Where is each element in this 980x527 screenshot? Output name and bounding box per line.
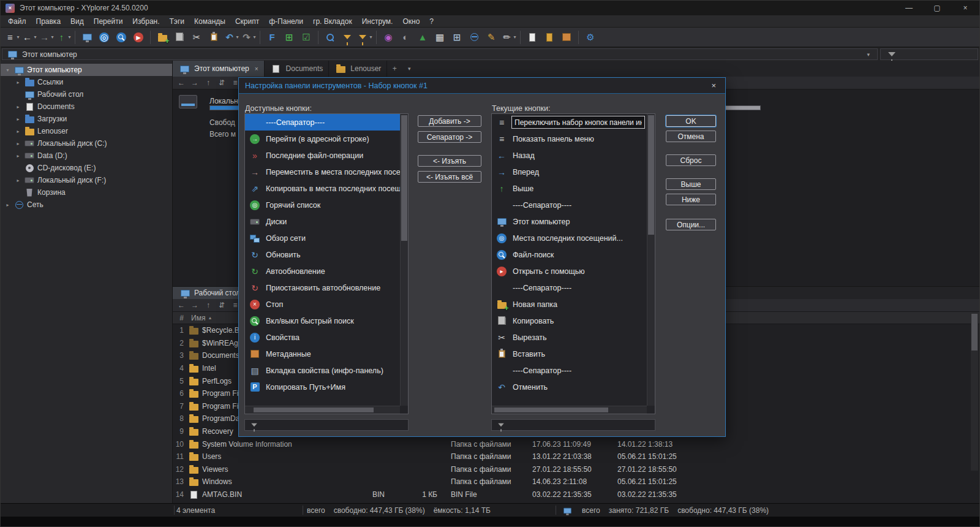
- toolbar-filter-menu-button[interactable]: ▾: [356, 29, 372, 45]
- separator-button[interactable]: Сепаратор ->: [418, 131, 481, 143]
- item-refresh[interactable]: ↻ Обновить: [245, 246, 400, 263]
- toolbar-new-folder-button[interactable]: [154, 29, 170, 45]
- vertical-scrollbar[interactable]: [400, 114, 408, 406]
- item-show-menu[interactable]: ≡ Показать панель меню: [492, 131, 647, 147]
- toolbar-redo-button[interactable]: ↷ ▾: [240, 29, 256, 45]
- toolbar-button[interactable]: [578, 31, 579, 44]
- toolbar-paste-button[interactable]: [206, 29, 222, 45]
- toolbar-back-button[interactable]: ← ▾: [21, 29, 37, 45]
- item-recent-file-ops[interactable]: » Последние файл-операции: [245, 147, 400, 164]
- toolbar-brush-button[interactable]: ✏ ▾: [500, 29, 516, 45]
- file-row[interactable]: 12 Viewers Папка с файлами 27.01.22 18:5…: [173, 463, 979, 476]
- toolbar-tree-style-button[interactable]: ▲: [415, 29, 431, 45]
- tree-expander-icon[interactable]: ▸: [15, 80, 21, 85]
- cancel-button[interactable]: Отмена: [666, 131, 716, 142]
- tree-item-disk-d[interactable]: ▸ Data (D:): [1, 150, 172, 162]
- current-filter[interactable]: [491, 419, 655, 431]
- toolbar-button[interactable]: [520, 31, 521, 44]
- toolbar-font-button[interactable]: F: [264, 29, 280, 45]
- toolbar-dark-mode-button[interactable]: ◐: [398, 29, 413, 45]
- scrollbar-thumb[interactable]: [254, 408, 374, 412]
- toolbar-tree-toggle-button[interactable]: ⊞: [281, 29, 297, 45]
- toolbar-menu-button[interactable]: ≡ ▾: [4, 29, 20, 45]
- item-open-with[interactable]: ▸ Открыть с помощью: [492, 263, 647, 279]
- menu-help[interactable]: ?: [424, 17, 439, 26]
- dropdown-arrow-icon[interactable]: ▾: [513, 34, 516, 40]
- pane-sort-button[interactable]: ⇵: [216, 300, 228, 311]
- dialog-close-button[interactable]: ×: [708, 81, 719, 90]
- dropdown-arrow-icon[interactable]: ▾: [369, 34, 372, 40]
- tree-expander-icon[interactable]: ▸: [15, 178, 21, 183]
- toolbar-recent-locations-button[interactable]: ◎: [96, 29, 112, 45]
- pane-forward-button[interactable]: →: [189, 77, 201, 88]
- scrollbar-thumb[interactable]: [648, 115, 654, 235]
- toolbar-button[interactable]: [318, 31, 318, 44]
- tree-expander-icon[interactable]: ▸: [15, 129, 21, 134]
- dropdown-arrow-icon[interactable]: ▾: [51, 34, 53, 40]
- item-drives[interactable]: Диски: [245, 213, 400, 230]
- ok-button[interactable]: OK: [666, 115, 716, 127]
- vertical-scrollbar[interactable]: [647, 114, 655, 406]
- toolbar-panel-2-button[interactable]: [541, 29, 557, 45]
- toolbar-color-spiral-button[interactable]: ◉: [380, 29, 396, 45]
- toolbar-this-pc-button[interactable]: [79, 29, 95, 45]
- item-go-address[interactable]: → Перейти (в адресной строке): [245, 131, 400, 147]
- item-properties-tab[interactable]: ▤ Вкладка свойства (инфо-панель): [245, 362, 400, 379]
- item-separator[interactable]: ----Сепаратор----: [245, 114, 400, 131]
- item-back[interactable]: ← Назад: [492, 147, 647, 164]
- maximize-button[interactable]: ▢: [923, 1, 951, 15]
- item-this-pc[interactable]: Этот компьютер: [492, 213, 647, 230]
- toolbar-checkbox-selection-button[interactable]: ☑: [298, 29, 314, 45]
- item-toggle-quick-search[interactable]: Вкл/выкл быстрый поиск: [245, 313, 400, 329]
- item-cut[interactable]: ✂ Вырезать: [492, 329, 647, 346]
- toolbar-button[interactable]: [75, 31, 75, 44]
- tree-item-cd-e[interactable]: CD-дисковод (E:): [1, 162, 172, 174]
- close-button[interactable]: ×: [951, 1, 979, 15]
- item-stop[interactable]: × Стоп: [245, 296, 400, 313]
- toolbar-button[interactable]: [260, 31, 260, 44]
- toolbar-quick-search-button[interactable]: [322, 29, 338, 45]
- menu-favorites[interactable]: Избран.: [127, 17, 164, 26]
- new-tab-button[interactable]: +: [387, 61, 402, 77]
- scrollbar-thumb[interactable]: [494, 408, 608, 412]
- toolbar-cut-button[interactable]: ✂: [189, 29, 205, 45]
- toolbar-globe-button[interactable]: [466, 29, 482, 45]
- menu-tags[interactable]: Тэги: [165, 17, 190, 26]
- menu-tools[interactable]: Инструм.: [357, 17, 398, 26]
- dropdown-arrow-icon[interactable]: ▾: [68, 34, 70, 40]
- file-row[interactable]: 14 AMTAG.BIN BIN 1 КБ BIN File 03.02.22 …: [173, 488, 979, 501]
- current-button-edit-row[interactable]: ≡: [492, 114, 647, 131]
- visual-filter-box[interactable]: [880, 48, 978, 60]
- current-filter-input[interactable]: [511, 421, 652, 430]
- tab-documents[interactable]: Documents: [265, 61, 330, 77]
- item-hotlist[interactable]: ◎ Горячий список: [245, 197, 400, 213]
- scrollbar-thumb[interactable]: [971, 314, 978, 351]
- toolbar-grid-button[interactable]: ⊞: [449, 29, 465, 45]
- dialog-title-bar[interactable]: Настройка панели инструментов - Набор кн…: [239, 78, 725, 94]
- tab-list-button[interactable]: ▾: [402, 61, 417, 77]
- item-suspend-autorefresh[interactable]: ↻ Приостановить автообновление: [245, 279, 400, 296]
- item-move-to-recent[interactable]: → Переместить в места последних посещ: [245, 164, 400, 180]
- available-filter-input[interactable]: [264, 421, 405, 430]
- remove-button[interactable]: <- Изъять: [418, 155, 481, 167]
- file-row[interactable]: 11 Users Папка с файлами 13.01.22 21:03:…: [173, 450, 979, 463]
- pane-back-button[interactable]: ←: [175, 77, 187, 88]
- tree-item-downloads[interactable]: ▸ Загрузки: [1, 113, 172, 125]
- current-buttons-list[interactable]: ≡ ≡ Показать панель меню ← Назад: [491, 113, 655, 414]
- item-autorefresh[interactable]: ↻ Автообновление: [245, 263, 400, 279]
- toolbar-open-with-button[interactable]: ▸: [130, 29, 146, 45]
- menu-edit[interactable]: Правка: [31, 17, 66, 26]
- item-forward[interactable]: → Вперед: [492, 164, 647, 180]
- toolbar-file-search-button[interactable]: [113, 29, 129, 45]
- remove-all-button[interactable]: <- Изъять всё: [418, 171, 481, 183]
- toolbar-filter-button[interactable]: [339, 29, 355, 45]
- bottom-pane-tab[interactable]: Рабочий стол: [173, 287, 246, 299]
- pane-up-button[interactable]: ↑: [202, 77, 214, 88]
- item-up[interactable]: ↑ Выше: [492, 180, 647, 197]
- horizontal-scrollbar[interactable]: [245, 406, 400, 414]
- scrollbar-thumb[interactable]: [401, 115, 407, 241]
- dropdown-arrow-icon[interactable]: ▾: [34, 34, 36, 40]
- tree-expander-icon[interactable]: ▸: [15, 116, 21, 122]
- file-list-scrollbar[interactable]: [971, 313, 978, 471]
- available-buttons-list[interactable]: ----Сепаратор---- → Перейти (в адресной …: [244, 113, 409, 414]
